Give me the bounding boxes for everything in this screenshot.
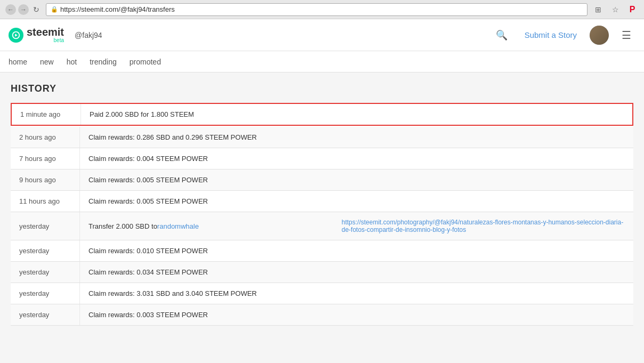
menu-button[interactable]: ☰: [617, 27, 635, 44]
logo-text-group: steemit beta: [27, 27, 64, 43]
time-cell-5: yesterday: [11, 212, 80, 240]
search-button[interactable]: 🔍: [492, 27, 512, 43]
transfer-url: https://steemit.com/photography/@fakj94/…: [342, 219, 625, 233]
history-row-7: yesterday Claim rewards: 0.034 STEEM POW…: [11, 262, 633, 283]
extra-cell-1: [333, 127, 633, 148]
time-cell-7: yesterday: [11, 262, 80, 283]
time-cell-3: 9 hours ago: [11, 170, 80, 190]
logo-beta: beta: [27, 37, 64, 43]
extra-cell-5: https://steemit.com/photography/@fakj94/…: [333, 212, 633, 240]
description-cell-6: Claim rewards: 0.010 STEEM POWER: [80, 240, 333, 261]
pinterest-button[interactable]: P: [626, 3, 639, 16]
address-bar[interactable]: 🔒 https://steemit.com/@fakj94/transfers: [46, 3, 587, 16]
refresh-button[interactable]: ↻: [31, 4, 42, 15]
nav-item-trending[interactable]: trending: [90, 55, 117, 68]
translate-button[interactable]: ⊞: [592, 3, 605, 16]
back-button[interactable]: ←: [5, 4, 16, 15]
browser-chrome: ← → ↻ 🔒 https://steemit.com/@fakj94/tran…: [0, 0, 644, 19]
time-cell-8: yesterday: [11, 283, 80, 304]
extra-cell-8: [333, 283, 633, 304]
history-row-3: 9 hours ago Claim rewards: 0.005 STEEM P…: [11, 170, 633, 191]
submit-story-button[interactable]: Submit a Story: [520, 28, 581, 42]
bookmark-button[interactable]: ☆: [609, 3, 622, 16]
extra-cell-0: [333, 104, 632, 125]
steemit-logo-svg: [11, 30, 21, 40]
avatar[interactable]: [590, 26, 609, 45]
logo-text: steemit: [27, 26, 64, 38]
nav-item-hot[interactable]: hot: [67, 55, 77, 68]
transfer-text: Transfer 2.000 SBD to: [88, 222, 157, 230]
description-cell-3: Claim rewards: 0.005 STEEM POWER: [80, 170, 333, 190]
description-cell-4: Claim rewards: 0.005 STEEM POWER: [80, 191, 333, 212]
lock-icon: 🔒: [51, 6, 58, 13]
avatar-image: [590, 26, 609, 45]
extra-cell-6: [333, 240, 633, 261]
logo-area: steemit beta: [9, 27, 64, 43]
nav-item-home[interactable]: home: [9, 55, 27, 68]
time-cell-2: 7 hours ago: [11, 148, 80, 169]
nav-item-promoted[interactable]: promoted: [130, 55, 161, 68]
description-cell-8: Claim rewards: 3.031 SBD and 3.040 STEEM…: [80, 283, 333, 304]
history-row-9: yesterday Claim rewards: 0.003 STEEM POW…: [11, 304, 633, 326]
time-cell-0: 1 minute ago: [12, 104, 81, 125]
url-text: https://steemit.com/@fakj94/transfers: [60, 5, 175, 13]
history-row-1: 2 hours ago Claim rewards: 0.286 SBD and…: [11, 127, 633, 148]
extra-cell-4: [333, 191, 633, 212]
history-title: HISTORY: [11, 83, 633, 94]
time-cell-6: yesterday: [11, 240, 80, 261]
extra-cell-2: [333, 148, 633, 169]
browser-actions: ⊞ ☆ P: [592, 3, 639, 16]
description-cell-5: Transfer 2.000 SBD to randomwhale: [80, 212, 333, 240]
app-header: steemit beta @fakj94 🔍 Submit a Story ☰: [0, 19, 644, 51]
extra-cell-7: [333, 262, 633, 283]
description-cell-1: Claim rewards: 0.286 SBD and 0.296 STEEM…: [80, 127, 333, 148]
extra-cell-3: [333, 170, 633, 190]
time-cell-9: yesterday: [11, 304, 80, 325]
randomwhale-link[interactable]: randomwhale: [157, 222, 199, 230]
history-table: 1 minute ago Paid 2.000 SBD for 1.800 ST…: [11, 103, 633, 326]
history-row-8: yesterday Claim rewards: 3.031 SBD and 3…: [11, 283, 633, 304]
extra-cell-9: [333, 304, 633, 325]
nav-item-new[interactable]: new: [40, 55, 54, 68]
history-row-0: 1 minute ago Paid 2.000 SBD for 1.800 ST…: [11, 103, 633, 126]
logo-icon: [9, 28, 23, 43]
description-cell-9: Claim rewards: 0.003 STEEM POWER: [80, 304, 333, 325]
main-content: HISTORY 1 minute ago Paid 2.000 SBD for …: [0, 72, 644, 339]
time-cell-1: 2 hours ago: [11, 127, 80, 148]
description-cell-7: Claim rewards: 0.034 STEEM POWER: [80, 262, 333, 283]
history-row-4: 11 hours ago Claim rewards: 0.005 STEEM …: [11, 191, 633, 212]
forward-button[interactable]: →: [18, 4, 29, 15]
history-row-6: yesterday Claim rewards: 0.010 STEEM POW…: [11, 240, 633, 262]
history-row-5: yesterday Transfer 2.000 SBD to randomwh…: [11, 212, 633, 240]
browser-nav: ← → ↻: [5, 4, 42, 15]
history-row-2: 7 hours ago Claim rewards: 0.004 STEEM P…: [11, 148, 633, 170]
description-cell-2: Claim rewards: 0.004 STEEM POWER: [80, 148, 333, 169]
description-cell-0: Paid 2.000 SBD for 1.800 STEEM: [81, 104, 333, 125]
nav-bar: home new hot trending promoted: [0, 51, 644, 72]
user-label: @fakj94: [75, 31, 102, 39]
time-cell-4: 11 hours ago: [11, 191, 80, 212]
